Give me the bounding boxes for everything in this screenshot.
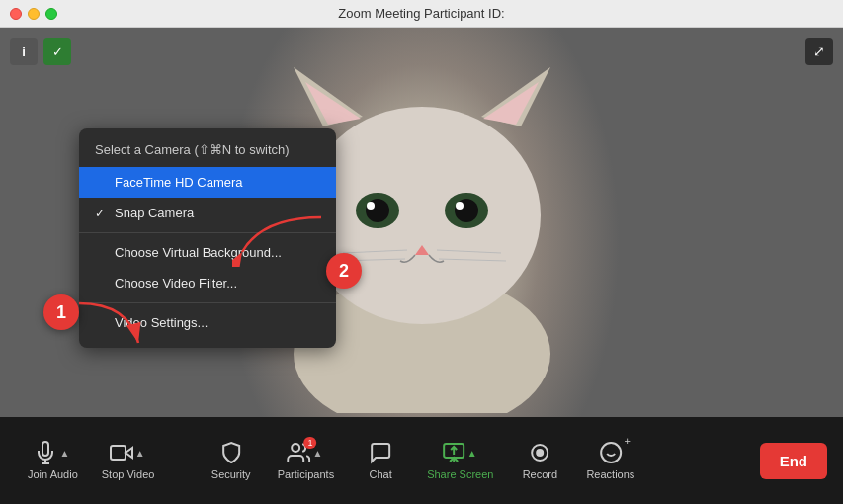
shield-button[interactable]: ✓ [43,38,71,65]
svg-point-11 [456,202,464,210]
security-label: Security [211,468,251,480]
svg-marker-21 [126,448,132,458]
video-filter-item[interactable]: Choose Video Filter... [79,268,336,298]
svg-point-10 [367,202,375,210]
close-button[interactable] [10,8,22,20]
reactions-icon: + [599,441,623,464]
participants-button[interactable]: 1 ▲ Participants [266,435,346,486]
end-button[interactable]: End [760,443,827,479]
audio-icon [34,441,57,464]
stop-video-button[interactable]: ▲ Stop Video [90,435,167,486]
maximize-button[interactable] [45,8,57,20]
info-icon: i [22,44,26,59]
window-title: Zoom Meeting Participant ID: [338,6,504,21]
participants-count: 1 [303,437,316,449]
reactions-label: Reactions [586,468,634,480]
chat-icon [369,441,392,464]
video-area: i ✓ ⤢ Select a Camera (⇧⌘N to switch) Fa… [0,28,843,417]
toolbar: ▲ Join Audio ▲ Stop Video [0,417,843,504]
toolbar-right: End [760,443,827,479]
traffic-lights [10,8,57,20]
audio-arrow[interactable]: ▲ [57,448,71,459]
svg-point-29 [601,443,621,462]
expand-icon: ⤢ [813,43,825,59]
annotation-2: 2 [326,253,362,289]
chat-button[interactable]: Chat [346,435,415,486]
svg-point-23 [292,444,299,452]
share-screen-button[interactable]: ▲ Share Screen [415,435,505,486]
checkmark-icon: ✓ [95,207,109,220]
security-icon [219,441,243,464]
share-screen-arrow[interactable]: ▲ [465,448,479,459]
camera-facetime[interactable]: FaceTime HD Camera [79,167,336,198]
participants-icon: 1 [287,441,310,464]
share-screen-icon [442,441,465,464]
video-icon [110,441,133,464]
titlebar: Zoom Meeting Participant ID: [0,0,843,28]
expand-button[interactable]: ⤢ [805,38,833,65]
reactions-button[interactable]: + Reactions [574,435,646,486]
shield-icon: ✓ [52,44,63,59]
svg-point-28 [537,450,543,456]
svg-rect-22 [111,446,126,460]
chat-label: Chat [370,468,392,480]
security-button[interactable]: Security [197,435,266,486]
minimize-button[interactable] [28,8,40,20]
arrow-2 [232,208,331,267]
info-button[interactable]: i [10,38,38,65]
join-audio-label: Join Audio [28,468,78,480]
record-label: Record [523,468,557,480]
share-screen-label: Share Screen [427,468,493,480]
toolbar-left: ▲ Join Audio ▲ Stop Video [16,435,166,486]
video-filter-label: Choose Video Filter... [115,276,237,291]
arrow-1 [69,298,148,348]
participants-label: Participants [278,468,334,480]
record-button[interactable]: Record [505,435,574,486]
camera-menu-title: Select a Camera (⇧⌘N to switch) [79,138,336,167]
annotation-1: 1 [43,294,79,330]
join-audio-button[interactable]: ▲ Join Audio [16,435,90,486]
participants-arrow[interactable]: ▲ [310,448,324,459]
top-overlay-buttons: i ✓ [10,38,71,65]
toolbar-center: Security 1 ▲ Participants [197,435,647,486]
stop-video-label: Stop Video [102,468,155,480]
camera-snap-label: Snap Camera [115,206,194,220]
video-arrow[interactable]: ▲ [133,448,147,459]
camera-facetime-label: FaceTime HD Camera [115,175,243,190]
svg-point-1 [303,107,541,324]
record-icon [528,441,551,464]
